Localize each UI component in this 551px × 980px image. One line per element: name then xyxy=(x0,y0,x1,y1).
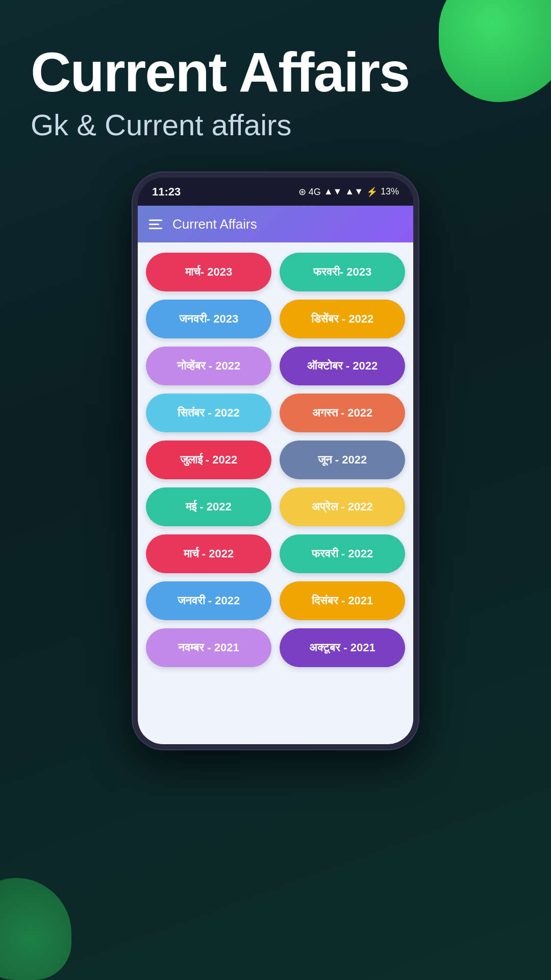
hero-title: Current Affairs xyxy=(31,41,520,103)
battery-level: 13% xyxy=(381,186,399,197)
phone-screen: मार्च- 2023फरवरी- 2023जनवरी- 2023डिसेंबर… xyxy=(138,242,413,744)
month-button-12[interactable]: मार्च - 2022 xyxy=(146,534,271,573)
hamburger-menu-button[interactable] xyxy=(149,219,162,229)
month-button-16[interactable]: नवम्बर - 2021 xyxy=(146,628,271,667)
month-button-0[interactable]: मार्च- 2023 xyxy=(146,253,271,291)
signal-icon: ▲▼ xyxy=(324,186,342,197)
month-button-6[interactable]: सितंबर - 2022 xyxy=(146,394,271,432)
month-button-17[interactable]: अक्टूबर - 2021 xyxy=(280,628,405,667)
month-button-14[interactable]: जनवरी - 2022 xyxy=(146,581,271,620)
decorative-blob-bottom xyxy=(0,878,71,980)
month-button-7[interactable]: अगस्त - 2022 xyxy=(280,394,405,432)
month-button-11[interactable]: अप्रेल - 2022 xyxy=(280,487,405,526)
app-bar-title: Current Affairs xyxy=(172,216,257,232)
month-button-10[interactable]: मई - 2022 xyxy=(146,487,271,526)
phone-frame: 11:23 ⊛ 4G ▲▼ ▲▼ ⚡ 13% Current Affairs म… xyxy=(133,173,418,749)
status-bar: 11:23 ⊛ 4G ▲▼ ▲▼ ⚡ 13% xyxy=(138,178,413,206)
months-grid: मार्च- 2023फरवरी- 2023जनवरी- 2023डिसेंबर… xyxy=(146,253,405,667)
month-button-9[interactable]: जून - 2022 xyxy=(280,440,405,479)
hero-subtitle: Gk & Current affairs xyxy=(31,108,520,142)
month-button-8[interactable]: जुलाई - 2022 xyxy=(146,440,271,479)
month-button-2[interactable]: जनवरी- 2023 xyxy=(146,300,271,338)
app-bar: Current Affairs xyxy=(138,206,413,242)
status-time: 11:23 xyxy=(152,185,181,199)
month-button-15[interactable]: दिसंबर - 2021 xyxy=(280,581,405,620)
phone-mockup: 11:23 ⊛ 4G ▲▼ ▲▼ ⚡ 13% Current Affairs म… xyxy=(0,173,551,749)
charging-icon: ⚡ xyxy=(366,186,378,198)
volume-up-button xyxy=(133,259,135,287)
month-button-1[interactable]: फरवरी- 2023 xyxy=(280,253,405,291)
network-icon: ⊛ 4G xyxy=(298,186,321,198)
status-icons: ⊛ 4G ▲▼ ▲▼ ⚡ 13% xyxy=(298,186,399,198)
month-button-13[interactable]: फरवरी - 2022 xyxy=(280,534,405,573)
power-button xyxy=(416,280,418,326)
month-button-5[interactable]: ऑक्टोबर - 2022 xyxy=(280,347,405,385)
volume-down-button xyxy=(133,295,135,336)
hero-section: Current Affairs Gk & Current affairs xyxy=(0,0,551,157)
month-button-4[interactable]: नोव्हेंबर - 2022 xyxy=(146,347,271,385)
month-button-3[interactable]: डिसेंबर - 2022 xyxy=(280,300,405,338)
signal-icon-2: ▲▼ xyxy=(345,186,363,197)
